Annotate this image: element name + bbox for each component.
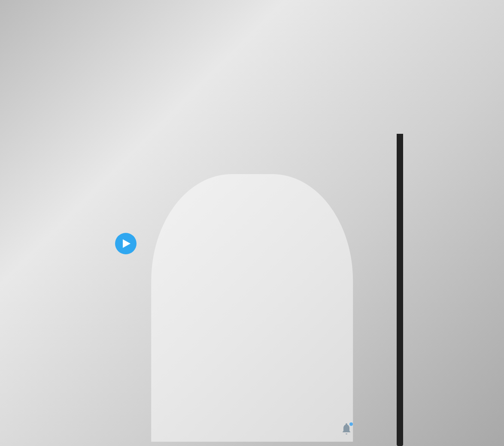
play-overlay[interactable] xyxy=(115,233,137,254)
play-triangle-icon xyxy=(123,239,131,248)
plastic-img-content xyxy=(258,237,498,336)
play-button[interactable] xyxy=(115,233,137,254)
cnbc-image xyxy=(258,237,498,336)
notifications-icon-wrap-right xyxy=(342,423,351,436)
cnbc-tweet: CNBC CNBC @CNBC 1d Parents are furious a… xyxy=(252,210,504,341)
content-right: While you were away... × Kelli B. Grant … xyxy=(252,42,504,419)
notification-badge-right xyxy=(349,422,353,426)
right-panel: Verizon LTE 5:34 PM ⊕ ➤ ✱ 6% + Home xyxy=(252,0,504,446)
